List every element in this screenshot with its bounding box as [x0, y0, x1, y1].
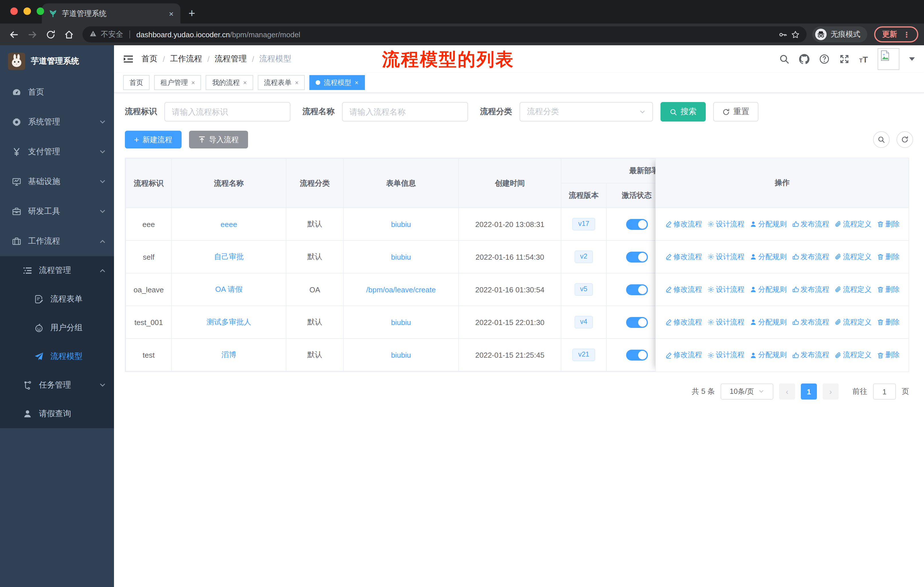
- window-controls[interactable]: [10, 7, 44, 15]
- action-流程定义[interactable]: 流程定义: [834, 284, 871, 294]
- tag-close-icon[interactable]: ×: [355, 79, 359, 86]
- prev-page-button[interactable]: ‹: [779, 384, 795, 400]
- action-修改流程[interactable]: 修改流程: [665, 350, 702, 360]
- action-流程定义[interactable]: 流程定义: [834, 219, 871, 229]
- filter-id-input[interactable]: [164, 102, 290, 122]
- maximize-window-button[interactable]: [37, 7, 44, 15]
- active-toggle[interactable]: [626, 251, 648, 262]
- avatar-caret-icon[interactable]: [909, 57, 915, 61]
- github-icon[interactable]: [799, 54, 809, 64]
- address-bar[interactable]: 不安全 dashboard.yudao.iocoder.cn/bpm/manag…: [82, 26, 807, 42]
- back-button[interactable]: [6, 26, 22, 42]
- sidebar-item-用户分组[interactable]: 用户分组: [0, 314, 114, 342]
- action-发布流程[interactable]: 发布流程: [792, 317, 829, 327]
- page-size-select[interactable]: 10条/页: [721, 384, 773, 400]
- tab-close-icon[interactable]: ×: [169, 9, 173, 18]
- forward-button[interactable]: [24, 26, 40, 42]
- breadcrumb-item[interactable]: 工作流程: [170, 54, 202, 64]
- refresh-table-button[interactable]: [896, 131, 913, 148]
- sidebar-item-首页[interactable]: 首页: [0, 78, 114, 107]
- action-流程定义[interactable]: 流程定义: [834, 350, 871, 360]
- sidebar-item-系统管理[interactable]: 系统管理: [0, 107, 114, 137]
- goto-page-input[interactable]: [873, 384, 896, 400]
- form-info-link[interactable]: biubiu: [391, 351, 411, 359]
- action-分配规则[interactable]: 分配规则: [749, 284, 787, 294]
- home-button[interactable]: [61, 26, 77, 42]
- key-icon[interactable]: [779, 30, 787, 39]
- action-发布流程[interactable]: 发布流程: [792, 350, 829, 360]
- active-toggle[interactable]: [626, 349, 648, 360]
- font-size-icon[interactable]: TT: [859, 54, 868, 64]
- app-logo-row[interactable]: 芋道管理系统: [0, 45, 114, 78]
- sidebar-item-流程模型[interactable]: 流程模型: [0, 342, 114, 371]
- form-info-link[interactable]: biubiu: [391, 253, 411, 261]
- sidebar-collapse-icon[interactable]: [123, 54, 134, 64]
- tag-close-icon[interactable]: ×: [243, 79, 247, 86]
- search-button[interactable]: 搜索: [660, 102, 706, 122]
- form-info-link[interactable]: /bpm/oa/leave/create: [366, 285, 436, 294]
- filter-category-select[interactable]: 流程分类: [520, 102, 653, 122]
- action-分配规则[interactable]: 分配规则: [749, 219, 787, 229]
- action-设计流程[interactable]: 设计流程: [707, 317, 744, 327]
- sidebar-item-流程管理[interactable]: 流程管理: [0, 256, 114, 285]
- tag-首页[interactable]: 首页: [123, 75, 150, 90]
- action-设计流程[interactable]: 设计流程: [707, 284, 744, 294]
- form-info-link[interactable]: biubiu: [391, 220, 411, 228]
- browser-tab[interactable]: 芋道管理系统 ×: [42, 3, 180, 23]
- update-label[interactable]: 更新: [882, 29, 897, 40]
- action-修改流程[interactable]: 修改流程: [665, 252, 702, 262]
- action-分配规则[interactable]: 分配规则: [749, 317, 787, 327]
- next-page-button[interactable]: ›: [823, 384, 839, 400]
- action-设计流程[interactable]: 设计流程: [707, 252, 744, 262]
- action-修改流程[interactable]: 修改流程: [665, 219, 702, 229]
- fullscreen-icon[interactable]: [839, 54, 849, 64]
- tag-我的流程[interactable]: 我的流程×: [206, 75, 253, 90]
- action-修改流程[interactable]: 修改流程: [665, 317, 702, 327]
- active-toggle[interactable]: [626, 317, 648, 327]
- reset-button[interactable]: 重置: [713, 102, 759, 122]
- search-icon[interactable]: [779, 54, 789, 64]
- action-删除[interactable]: 删除: [877, 219, 900, 229]
- close-window-button[interactable]: [10, 7, 18, 15]
- bookmark-star-icon[interactable]: [791, 30, 800, 39]
- action-删除[interactable]: 删除: [877, 350, 900, 360]
- import-model-button[interactable]: 导入流程: [189, 131, 248, 149]
- action-发布流程[interactable]: 发布流程: [792, 284, 829, 294]
- active-toggle[interactable]: [626, 284, 648, 295]
- reload-button[interactable]: [42, 26, 58, 42]
- breadcrumb-item[interactable]: 流程管理: [215, 54, 247, 64]
- model-name-link[interactable]: eeee: [221, 220, 237, 228]
- action-删除[interactable]: 删除: [877, 252, 900, 262]
- tag-流程表单[interactable]: 流程表单×: [258, 75, 305, 90]
- sidebar-item-支付管理[interactable]: 支付管理: [0, 137, 114, 167]
- action-删除[interactable]: 删除: [877, 284, 900, 294]
- active-toggle[interactable]: [626, 219, 648, 230]
- filter-name-input[interactable]: [342, 102, 468, 122]
- toggle-search-button[interactable]: [873, 131, 889, 148]
- sidebar-item-研发工具[interactable]: 研发工具: [0, 197, 114, 227]
- avatar[interactable]: [878, 48, 899, 70]
- action-设计流程[interactable]: 设计流程: [707, 350, 744, 360]
- browser-menu-icon[interactable]: ⋮: [903, 30, 910, 39]
- action-发布流程[interactable]: 发布流程: [792, 219, 829, 229]
- current-page-button[interactable]: 1: [801, 384, 817, 400]
- tag-close-icon[interactable]: ×: [295, 79, 299, 86]
- sidebar-item-流程表单[interactable]: 流程表单: [0, 285, 114, 314]
- action-删除[interactable]: 删除: [877, 317, 900, 327]
- action-流程定义[interactable]: 流程定义: [834, 317, 871, 327]
- minimize-window-button[interactable]: [23, 7, 31, 15]
- sidebar-item-任务管理[interactable]: 任务管理: [0, 371, 114, 400]
- help-icon[interactable]: [819, 54, 829, 64]
- action-发布流程[interactable]: 发布流程: [792, 252, 829, 262]
- model-name-link[interactable]: 测试多审批人: [206, 317, 251, 326]
- action-分配规则[interactable]: 分配规则: [749, 252, 787, 262]
- action-设计流程[interactable]: 设计流程: [707, 219, 744, 229]
- sidebar-item-基础设施[interactable]: 基础设施: [0, 167, 114, 197]
- new-tab-button[interactable]: +: [188, 7, 195, 19]
- action-分配规则[interactable]: 分配规则: [749, 350, 787, 360]
- sidebar-item-工作流程[interactable]: 工作流程: [0, 227, 114, 256]
- tag-租户管理[interactable]: 租户管理×: [154, 75, 201, 90]
- model-name-link[interactable]: 自己审批: [214, 252, 244, 261]
- model-name-link[interactable]: OA 请假: [215, 285, 242, 293]
- sidebar-item-请假查询[interactable]: 请假查询: [0, 400, 114, 428]
